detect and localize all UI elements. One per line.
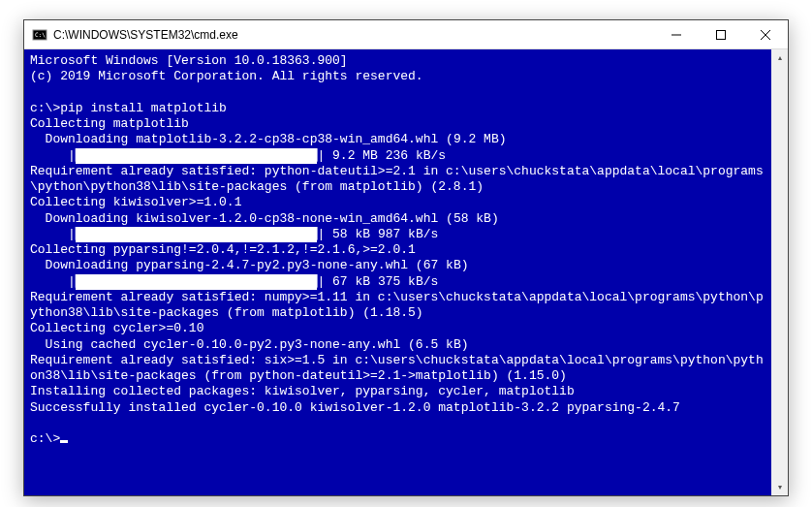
- output-line: Downloading matplotlib-3.2.2-cp38-cp38-w…: [30, 132, 765, 147]
- svg-text:C:\: C:\: [35, 31, 46, 38]
- command-line: c:\>pip install matplotlib: [30, 101, 765, 116]
- window-title: C:\WINDOWS\SYSTEM32\cmd.exe: [53, 28, 654, 42]
- cmd-icon: C:\: [32, 27, 47, 43]
- output-line: Collecting pyparsing!=2.0.4,!=2.1.2,!=2.…: [30, 242, 765, 258]
- command-text: pip install matplotlib: [60, 101, 227, 115]
- output-line: Successfully installed cycler-0.10.0 kiw…: [30, 400, 765, 416]
- titlebar[interactable]: C:\ C:\WINDOWS\SYSTEM32\cmd.exe: [24, 20, 788, 49]
- maximize-button[interactable]: [699, 20, 743, 48]
- progress-bar-fill: ████████████████████████████████: [76, 274, 318, 290]
- blank-line: [30, 85, 765, 101]
- close-button[interactable]: [743, 20, 788, 48]
- svg-rect-3: [717, 30, 726, 39]
- output-line: Using cached cycler-0.10.0-py2.py3-none-…: [30, 337, 765, 353]
- progress-prefix: |: [30, 274, 76, 289]
- output-line: Collecting cycler>=0.10: [30, 321, 765, 336]
- prompt-line: c:\>: [30, 431, 765, 447]
- progress-suffix: | 67 kB 375 kB/s: [317, 274, 438, 289]
- output-line: Downloading pyparsing-2.4.7-py2.py3-none…: [30, 258, 765, 273]
- minimize-button[interactable]: [654, 20, 699, 48]
- progress-prefix: |: [30, 227, 76, 241]
- scroll-down-arrow-icon[interactable]: ▾: [771, 479, 788, 495]
- scroll-up-arrow-icon[interactable]: ▴: [771, 49, 788, 66]
- output-line: (c) 2019 Microsoft Corporation. All righ…: [30, 69, 765, 84]
- progress-line: |████████████████████████████████| 58 kB…: [30, 227, 765, 242]
- window-controls: [654, 20, 788, 48]
- terminal-output[interactable]: Microsoft Windows [Version 10.0.18363.90…: [24, 49, 771, 495]
- output-line: Downloading kiwisolver-1.2.0-cp38-none-w…: [30, 211, 765, 227]
- progress-line: |████████████████████████████████| 9.2 M…: [30, 148, 765, 164]
- progress-line: |████████████████████████████████| 67 kB…: [30, 274, 765, 290]
- prompt: c:\>: [30, 431, 60, 446]
- progress-bar-fill: ████████████████████████████████: [76, 148, 318, 164]
- output-line: Installing collected packages: kiwisolve…: [30, 384, 765, 399]
- output-line: Requirement already satisfied: python-da…: [30, 164, 765, 196]
- blank-line: [30, 416, 765, 431]
- vertical-scrollbar[interactable]: ▴ ▾: [771, 49, 788, 495]
- output-line: Microsoft Windows [Version 10.0.18363.90…: [30, 53, 765, 69]
- output-line: Requirement already satisfied: numpy>=1.…: [30, 290, 765, 322]
- output-line: Collecting matplotlib: [30, 116, 765, 132]
- terminal-area: Microsoft Windows [Version 10.0.18363.90…: [24, 49, 788, 495]
- output-line: Collecting kiwisolver>=1.0.1: [30, 195, 765, 210]
- prompt: c:\>: [30, 101, 60, 115]
- cursor: [60, 440, 68, 443]
- progress-suffix: | 9.2 MB 236 kB/s: [317, 148, 446, 163]
- output-line: Requirement already satisfied: six>=1.5 …: [30, 353, 765, 385]
- progress-bar-fill: ████████████████████████████████: [76, 227, 318, 242]
- progress-prefix: |: [30, 148, 76, 163]
- cmd-window: C:\ C:\WINDOWS\SYSTEM32\cmd.exe Microsof…: [23, 19, 789, 496]
- progress-suffix: | 58 kB 987 kB/s: [317, 227, 438, 241]
